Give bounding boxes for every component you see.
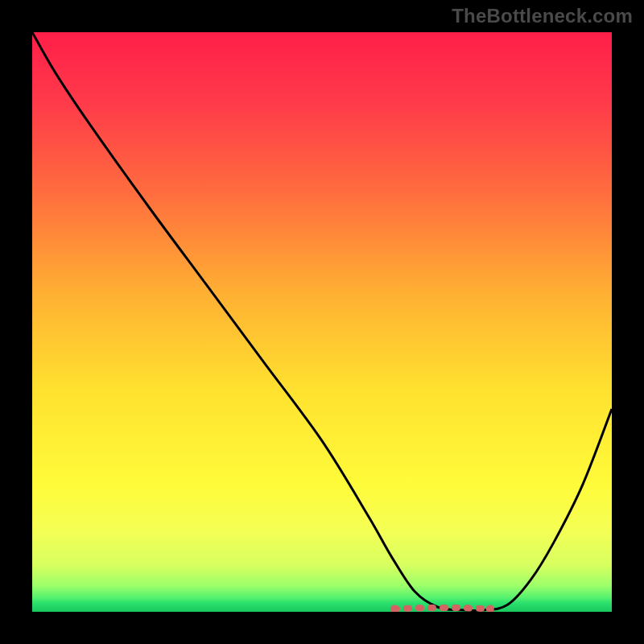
- chart-frame: TheBottleneck.com: [0, 0, 644, 644]
- watermark-text: TheBottleneck.com: [452, 5, 633, 27]
- curve-layer: [32, 32, 612, 612]
- flat-minimum-highlight: [394, 608, 490, 609]
- plot-area: [32, 32, 612, 612]
- bottleneck-curve: [32, 32, 612, 610]
- highlight-endpoint-right: [486, 605, 494, 612]
